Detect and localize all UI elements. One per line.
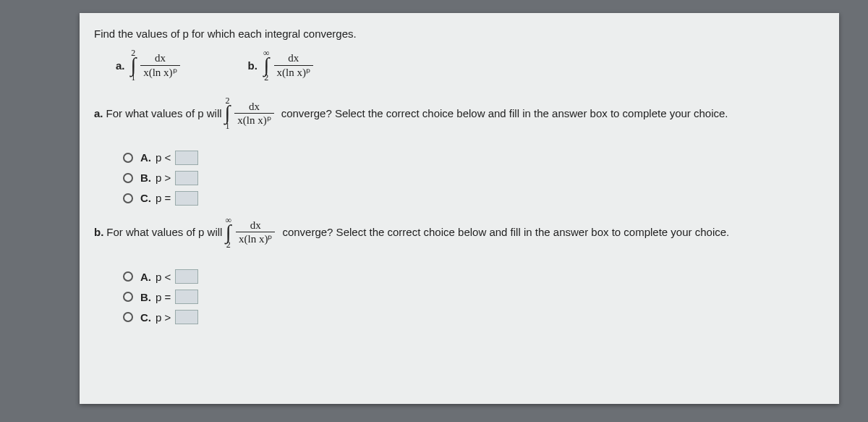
part-b-after: converge? Select the correct choice belo… <box>282 226 729 238</box>
radio-icon[interactable] <box>123 312 133 322</box>
part-b-integral: ∞ ∫ 2 dx x(ln x)ᵖ <box>224 216 278 249</box>
part-a-question: a. For what values of p will 2 ∫ 1 dx x(… <box>94 96 825 130</box>
choice-b-B[interactable]: B. p = <box>123 290 825 304</box>
part-a-label: a. <box>94 107 103 119</box>
integral-b: b. ∞ ∫ 2 dx x(ln x)ᵖ <box>248 48 316 82</box>
integrand-b: dx x(ln x)ᵖ <box>274 52 313 78</box>
integrand-a: dx x(ln x)ᵖ <box>140 52 179 78</box>
part-a-integral: 2 ∫ 1 dx x(ln x)ᵖ <box>224 96 277 130</box>
choice-b-A[interactable]: A. p < <box>123 269 825 284</box>
choice-a-A[interactable]: A. p < <box>123 151 825 165</box>
integral-a: a. 2 ∫ 1 dx x(ln x)ᵖ <box>116 48 183 82</box>
answer-input[interactable] <box>175 269 198 284</box>
integrals-display: a. 2 ∫ 1 dx x(ln x)ᵖ b. ∞ ∫ 2 dx x(ln x)… <box>94 44 825 86</box>
part-a-choices: A. p < B. p > C. p = <box>123 151 825 206</box>
radio-icon[interactable] <box>123 271 133 282</box>
answer-input[interactable] <box>175 191 198 206</box>
integral-a-label: a. <box>116 59 125 72</box>
answer-input[interactable] <box>175 290 198 304</box>
part-b-question: b. For what values of p will ∞ ∫ 2 dx x(… <box>94 216 825 249</box>
choice-a-B[interactable]: B. p > <box>123 171 825 185</box>
integral-b-label: b. <box>248 59 258 72</box>
radio-icon[interactable] <box>123 153 133 163</box>
radio-icon[interactable] <box>123 193 133 203</box>
integral-symbol: 2 ∫ 1 <box>131 48 137 82</box>
answer-input[interactable] <box>175 171 198 185</box>
part-b-choices: A. p < B. p = C. p > <box>123 269 825 324</box>
instruction-text: Find the values of p for which each inte… <box>94 28 825 40</box>
radio-icon[interactable] <box>123 292 133 302</box>
integral-symbol: ∞ ∫ 2 <box>263 48 270 82</box>
choice-a-C[interactable]: C. p = <box>123 191 825 206</box>
part-a-after: converge? Select the correct choice belo… <box>281 107 728 119</box>
part-a-before: For what values of p will <box>106 107 222 119</box>
radio-icon[interactable] <box>123 173 133 183</box>
answer-input[interactable] <box>175 151 198 165</box>
choice-b-C[interactable]: C. p > <box>123 310 825 324</box>
answer-input[interactable] <box>175 310 198 324</box>
part-b-label: b. <box>94 226 103 238</box>
question-panel: Find the values of p for which each inte… <box>80 13 839 404</box>
part-b-before: For what values of p will <box>106 226 222 238</box>
